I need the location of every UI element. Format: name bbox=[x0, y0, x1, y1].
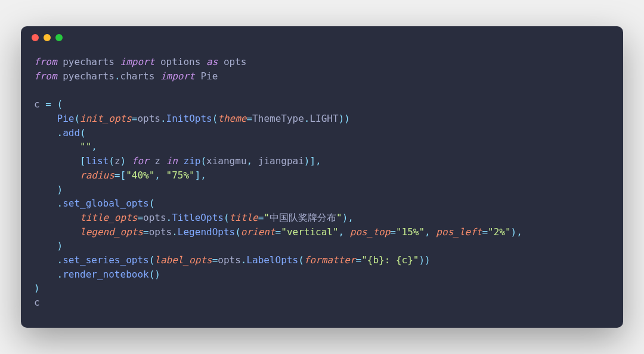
dot-op: . bbox=[241, 254, 247, 266]
paren: ( bbox=[200, 155, 206, 167]
comma: , bbox=[247, 155, 258, 167]
assign-op: = bbox=[275, 226, 281, 238]
dot-op: . bbox=[160, 113, 166, 124]
paren: ) bbox=[34, 282, 40, 294]
string-literal: "{b}: {c}" bbox=[361, 254, 419, 266]
paren: ( bbox=[224, 212, 230, 223]
module-name: charts bbox=[120, 70, 155, 82]
comma: , bbox=[315, 155, 321, 167]
paren: ) bbox=[57, 240, 63, 251]
assign-op: =[ bbox=[114, 170, 126, 181]
keyword-import: import bbox=[160, 70, 195, 82]
dot-op: . bbox=[57, 127, 63, 138]
paren: ( bbox=[149, 198, 155, 209]
object: ThemeType bbox=[252, 113, 304, 124]
method-call: set_series_opts bbox=[63, 254, 149, 266]
func-call: LegendOpts bbox=[178, 226, 235, 238]
string-literal: "" bbox=[80, 141, 91, 152]
module-name: pyecharts bbox=[63, 56, 114, 67]
variable: c bbox=[34, 297, 40, 308]
func-call: zip bbox=[184, 155, 201, 167]
string-literal: "2%" bbox=[488, 226, 511, 238]
kwarg: legend_opts bbox=[80, 226, 143, 238]
string-text: 中国队奖牌分布 bbox=[270, 212, 336, 223]
kwarg: orient bbox=[241, 226, 275, 238]
paren: ( bbox=[80, 127, 86, 138]
kwarg: formatter bbox=[304, 254, 356, 266]
class-call: Pie bbox=[57, 113, 75, 124]
variable: xiangmu bbox=[206, 155, 246, 167]
string-quote: " bbox=[264, 212, 270, 223]
property: LIGHT bbox=[309, 113, 338, 124]
keyword-in: in bbox=[166, 155, 178, 167]
paren: ), bbox=[342, 212, 354, 223]
window-titlebar bbox=[21, 26, 623, 49]
variable: z bbox=[154, 155, 160, 167]
kwarg: pos_left bbox=[436, 226, 482, 238]
string-literal: "vertical" bbox=[281, 226, 338, 238]
assign-op: = bbox=[390, 226, 396, 238]
kwarg: label_opts bbox=[154, 254, 212, 266]
kwarg: pos_top bbox=[350, 226, 390, 238]
assign-op: = bbox=[212, 254, 218, 266]
code-window: from pyecharts import options as opts fr… bbox=[21, 26, 623, 327]
keyword-from: from bbox=[34, 70, 57, 82]
paren: () bbox=[149, 269, 160, 280]
kwarg: title bbox=[230, 212, 258, 223]
dot-op: . bbox=[304, 113, 310, 124]
comma: , bbox=[425, 226, 436, 238]
kwarg: radius bbox=[80, 170, 114, 181]
namespace: opts bbox=[143, 212, 166, 223]
func-call: TitleOpts bbox=[172, 212, 224, 223]
dot-op: . bbox=[114, 70, 120, 82]
keyword-import: import bbox=[120, 56, 155, 67]
paren: ( bbox=[298, 254, 304, 266]
paren: ( bbox=[57, 98, 63, 110]
keyword-as: as bbox=[206, 56, 218, 67]
paren: )) bbox=[339, 113, 350, 124]
paren: ( bbox=[149, 254, 155, 266]
assign-op: = bbox=[356, 254, 362, 266]
paren: ) bbox=[57, 184, 63, 195]
kwarg: theme bbox=[218, 113, 246, 124]
dot-op: . bbox=[57, 198, 63, 209]
func-call: InitOpts bbox=[166, 113, 212, 124]
comma: , bbox=[154, 170, 166, 181]
method-call: render_notebook bbox=[63, 269, 149, 280]
dot-op: . bbox=[166, 212, 172, 223]
paren: ) bbox=[120, 155, 126, 167]
keyword-for: for bbox=[132, 155, 149, 167]
dot-op: . bbox=[57, 254, 63, 266]
string-literal: "75%" bbox=[166, 170, 195, 181]
alias-name: opts bbox=[224, 56, 247, 67]
comma: , bbox=[91, 141, 97, 152]
assign-op: = bbox=[143, 226, 149, 238]
func-call: LabelOpts bbox=[246, 254, 298, 266]
string-literal: "40%" bbox=[126, 170, 154, 181]
zoom-icon[interactable] bbox=[55, 34, 63, 41]
assign-op: = bbox=[246, 113, 252, 124]
close-icon[interactable] bbox=[32, 34, 39, 41]
paren: ( bbox=[109, 155, 114, 167]
variable: jiangpai bbox=[258, 155, 304, 167]
method-call: add bbox=[63, 127, 80, 138]
kwarg: init_opts bbox=[80, 113, 132, 124]
paren: )] bbox=[304, 155, 315, 167]
paren: ( bbox=[74, 113, 80, 124]
method-call: set_global_opts bbox=[63, 198, 149, 209]
assign-op: = bbox=[482, 226, 488, 238]
module-name: pyecharts bbox=[63, 70, 114, 82]
func-call: list bbox=[86, 155, 109, 167]
assign-op: = bbox=[258, 212, 264, 223]
keyword-from: from bbox=[34, 56, 57, 67]
paren: ( bbox=[235, 226, 241, 238]
variable: c bbox=[34, 98, 40, 110]
assign-op: = bbox=[137, 212, 143, 223]
assign-op: = bbox=[40, 98, 57, 110]
bracket: ], bbox=[195, 170, 206, 181]
paren: )) bbox=[419, 254, 430, 266]
comma: , bbox=[339, 226, 350, 238]
assign-op: = bbox=[132, 113, 138, 124]
variable: z bbox=[114, 155, 120, 167]
minimize-icon[interactable] bbox=[44, 34, 51, 41]
